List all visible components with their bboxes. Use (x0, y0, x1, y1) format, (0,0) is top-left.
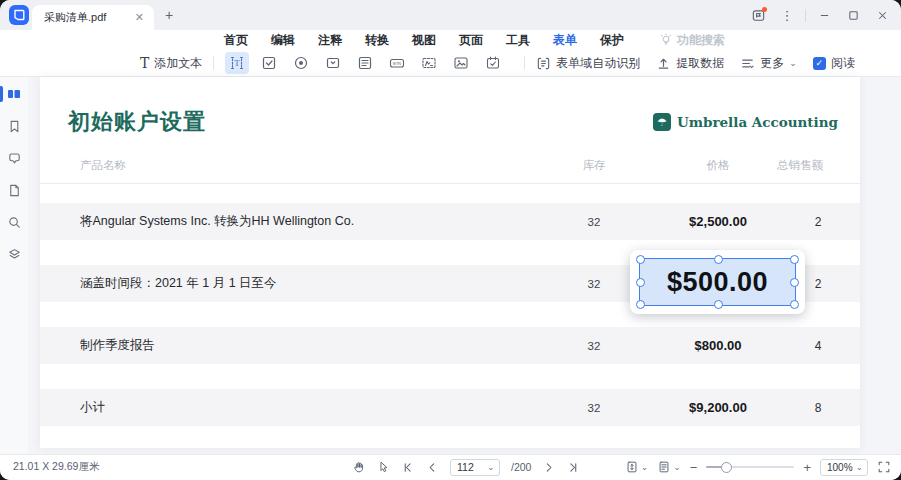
header-divider (40, 183, 860, 184)
radio-button-icon (293, 55, 309, 71)
auto-recognize-button[interactable]: 表单域自动识别 (536, 55, 640, 72)
thumbnails-icon (6, 86, 22, 102)
first-page-icon[interactable] (402, 461, 415, 474)
cell-total: 2 (788, 203, 848, 240)
chevron-down-icon: ⌄ (673, 462, 681, 472)
more-tools-label: 更多 (760, 55, 784, 72)
attachments-panel-button[interactable] (0, 175, 28, 205)
thumbnails-panel-button[interactable] (0, 79, 28, 109)
divider (524, 56, 525, 70)
layers-icon (7, 247, 22, 262)
status-bar: 21.01 X 29.69厘米 ⌄ /200 ⌄ ⌄ − (0, 454, 901, 480)
zoom-in-button[interactable]: + (803, 461, 811, 474)
feature-search[interactable]: 功能搜索 (659, 32, 725, 49)
attachment-icon (7, 183, 22, 198)
chevron-down-icon[interactable]: ⌄ (487, 462, 495, 472)
selection-handle[interactable] (636, 255, 645, 264)
table-header-row: 产品名称 库存 价格 总销售额 (40, 158, 860, 174)
menu-protect[interactable]: 保护 (598, 31, 626, 50)
signature-field-tool[interactable] (417, 52, 441, 74)
last-page-icon[interactable] (566, 461, 579, 474)
page-number-box[interactable]: ⌄ (450, 459, 500, 476)
read-checkbox-icon[interactable]: ✓ (813, 57, 826, 70)
close-button[interactable] (871, 4, 893, 26)
menu-tool[interactable]: 工具 (504, 31, 532, 50)
add-text-label: 添加文本 (154, 55, 202, 72)
dropdown-icon (325, 55, 341, 71)
tab-close-icon[interactable]: ✕ (133, 11, 146, 24)
checkbox-tool[interactable] (257, 52, 281, 74)
selection-handle[interactable] (714, 300, 723, 309)
selection-handle[interactable] (714, 255, 723, 264)
selected-form-field[interactable]: $500.00 (630, 250, 805, 314)
page-layout-button[interactable]: ⌄ (657, 460, 681, 474)
cell-stock: 32 (564, 203, 624, 240)
radio-button-tool[interactable] (289, 52, 313, 74)
pdf-page: 初始账户设置 ☂ Umbrella Accounting 产品名称 库存 价格 … (40, 77, 860, 448)
page-dimensions: 21.01 X 29.69厘米 (13, 455, 99, 479)
selection-handle[interactable] (790, 255, 799, 264)
select-tool-icon[interactable] (377, 460, 391, 474)
image-field-tool[interactable] (449, 52, 473, 74)
app-window: 采购清单.pdf ✕ + ⋮ 首页 编辑 注释 转换 视图 (0, 0, 901, 480)
previous-page-icon[interactable] (426, 461, 439, 474)
new-tab-button[interactable]: + (160, 6, 178, 24)
page-total: /200 (511, 461, 531, 473)
cell-total: 8 (788, 389, 848, 426)
fit-page-button[interactable]: ⌄ (625, 460, 649, 474)
feedback-icon[interactable] (747, 4, 769, 26)
comments-panel-button[interactable] (0, 143, 28, 173)
menu-comment[interactable]: 注释 (316, 31, 344, 50)
column-header-total: 总销售额 (740, 158, 860, 173)
column-header-product: 产品名称 (80, 158, 126, 173)
cell-price: $9,200.00 (648, 389, 788, 426)
menu-view[interactable]: 视图 (410, 31, 438, 50)
slider-thumb[interactable] (721, 462, 732, 473)
read-mode-toggle[interactable]: ✓ 阅读 (813, 55, 855, 72)
page-number-input[interactable] (457, 461, 483, 473)
bookmarks-panel-button[interactable] (0, 111, 28, 141)
app-logo-icon (9, 5, 29, 25)
fullscreen-icon[interactable] (877, 460, 891, 474)
selection-handle[interactable] (790, 278, 799, 287)
menu-form[interactable]: 表单 (551, 31, 579, 50)
cell-price: $2,500.00 (648, 203, 788, 240)
more-tools-button[interactable]: 更多 ⌄ (740, 55, 797, 72)
menu-edit[interactable]: 编辑 (269, 31, 297, 50)
menu-bar: 首页 编辑 注释 转换 视图 页面 工具 表单 保护 功能搜索 (0, 30, 901, 50)
checkbox-icon (261, 55, 277, 71)
menu-page[interactable]: 页面 (457, 31, 485, 50)
zoom-slider[interactable] (706, 461, 794, 473)
auto-recognize-label: 表单域自动识别 (556, 55, 640, 72)
form-field-box[interactable]: $500.00 (639, 258, 796, 306)
search-icon (7, 215, 22, 230)
add-text-button[interactable]: T 添加文本 (140, 55, 202, 72)
selection-handle[interactable] (790, 300, 799, 309)
extract-data-icon (656, 56, 671, 71)
extract-data-button[interactable]: 提取数据 (656, 55, 724, 72)
zoom-level-dropdown[interactable]: 100% ⌄ (820, 459, 868, 476)
selection-handle[interactable] (636, 300, 645, 309)
text-field-tool[interactable]: T (225, 52, 249, 74)
search-panel-button[interactable] (0, 207, 28, 237)
text-field-icon: T (229, 55, 245, 71)
dropdown-tool[interactable] (321, 52, 345, 74)
maximize-button[interactable] (842, 4, 864, 26)
layers-panel-button[interactable] (0, 239, 28, 269)
bookmark-icon (7, 119, 22, 134)
next-page-icon[interactable] (542, 461, 555, 474)
cell-stock: 32 (564, 389, 624, 426)
menu-home[interactable]: 首页 (222, 31, 250, 50)
selection-handle[interactable] (636, 278, 645, 287)
zoom-out-button[interactable]: − (690, 461, 698, 474)
chevron-down-icon: ⌄ (641, 462, 649, 472)
more-menu-icon[interactable]: ⋮ (776, 4, 798, 26)
menu-convert[interactable]: 转换 (363, 31, 391, 50)
push-button-tool[interactable]: BTN (385, 52, 409, 74)
date-field-tool[interactable] (481, 52, 505, 74)
list-box-tool[interactable] (353, 52, 377, 74)
hand-tool-icon[interactable] (352, 460, 366, 474)
page-title: 初始账户设置 (68, 107, 206, 137)
minimize-button[interactable] (813, 4, 835, 26)
document-tab[interactable]: 采购清单.pdf ✕ (32, 5, 154, 30)
